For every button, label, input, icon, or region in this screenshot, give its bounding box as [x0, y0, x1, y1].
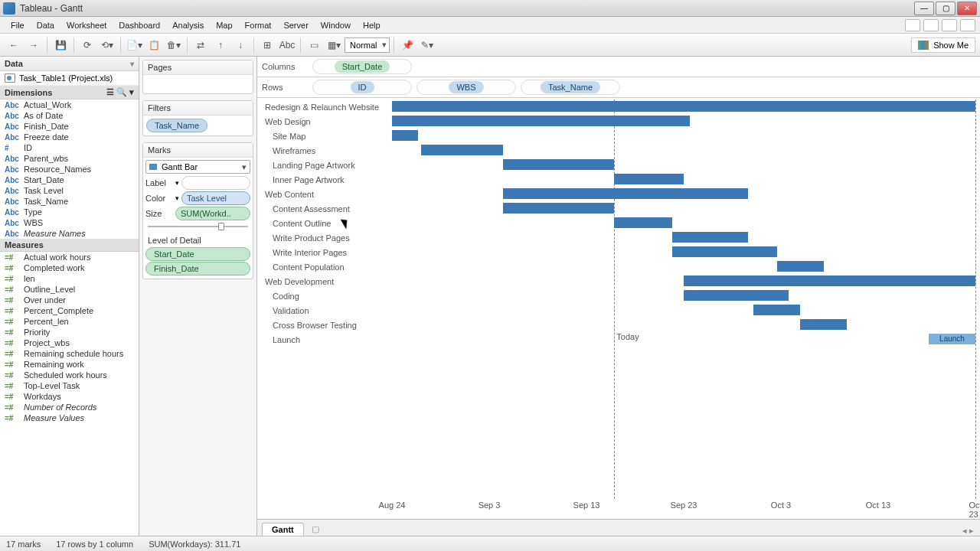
menu-analysis[interactable]: Analysis [166, 18, 210, 32]
new-worksheet-button[interactable]: 📄▾ [125, 37, 143, 54]
sort-desc-button[interactable]: ↓ [231, 37, 250, 54]
maximize-button[interactable]: ▢ [936, 2, 956, 15]
gantt-bar[interactable] [684, 276, 975, 286]
pages-shelf[interactable]: Pages [142, 60, 253, 94]
field-number-of-records[interactable]: Number of Records [0, 402, 139, 412]
filters-shelf[interactable]: Filters Task_Name [142, 100, 253, 136]
gantt-bar[interactable] [777, 261, 824, 272]
gantt-bar[interactable] [614, 217, 672, 228]
swap-button[interactable]: ⇄ [191, 37, 210, 54]
back-button[interactable]: ← [5, 37, 23, 54]
field-actual-work-hours[interactable]: Actual work hours [0, 252, 139, 262]
field-task-name[interactable]: Task_Name [0, 196, 139, 207]
field-start-date[interactable]: Start_Date [0, 174, 139, 185]
gantt-bar[interactable] [684, 290, 789, 301]
mark-type-selector[interactable]: Gantt Bar [145, 160, 250, 174]
close-button[interactable]: ✕ [957, 2, 977, 15]
row-pill-taskname[interactable]: Task_Name [541, 81, 600, 93]
field-parent-wbs[interactable]: Parent_wbs [0, 153, 139, 164]
menu-map[interactable]: Map [210, 18, 238, 32]
field-outline-level[interactable]: Outline_Level [0, 284, 139, 295]
field-freeze-date[interactable]: Freeze date [0, 132, 139, 142]
field-percent-len[interactable]: Percent_len [0, 316, 139, 327]
field-measure-values[interactable]: Measure Values [0, 412, 139, 423]
field-len[interactable]: len [0, 273, 139, 284]
field-priority[interactable]: Priority [0, 327, 139, 337]
lod-pill-finish[interactable]: Finish_Date [145, 262, 250, 276]
rows-shelf[interactable]: Rows ID WBS Task_Name [257, 77, 980, 98]
field-remaining-work[interactable]: Remaining work [0, 359, 139, 370]
field-wbs[interactable]: WBS [0, 217, 139, 228]
field-over-under[interactable]: Over under [0, 295, 139, 305]
forward-button[interactable]: → [24, 37, 43, 54]
layout-icon-2[interactable] [923, 19, 939, 31]
show-me-button[interactable]: Show Me [911, 37, 975, 53]
size-shelf[interactable]: SUM(Workd.. [175, 207, 250, 220]
layout-icon-3[interactable] [942, 19, 957, 31]
col-pill-startdate[interactable]: Start_Date [335, 60, 390, 73]
field-as-of-date[interactable]: As of Date [0, 110, 139, 121]
label-button[interactable]: Abc [278, 37, 296, 54]
menu-format[interactable]: Format [239, 18, 278, 32]
home-icon[interactable] [960, 19, 975, 31]
clear-button[interactable]: 🗑▾ [165, 37, 183, 54]
gantt-bar[interactable] [503, 203, 614, 214]
gantt-bar[interactable] [392, 116, 690, 126]
field-task-level[interactable]: Task Level [0, 185, 139, 196]
save-button[interactable]: 💾 [51, 37, 70, 54]
label-shelf[interactable] [181, 176, 250, 190]
menu-help[interactable]: Help [357, 18, 387, 32]
menu-window[interactable]: Window [315, 18, 357, 32]
duplicate-button[interactable]: 📋 [145, 37, 163, 54]
row-pill-id[interactable]: ID [351, 81, 374, 93]
gantt-bar[interactable] [672, 246, 777, 257]
layout-icon-1[interactable] [905, 19, 920, 31]
gantt-bar[interactable] [421, 145, 503, 155]
menu-data[interactable]: Data [31, 18, 60, 32]
field-project-wbs[interactable]: Project_wbs [0, 337, 139, 348]
filter-pill-taskname[interactable]: Task_Name [146, 119, 207, 132]
color-shelf[interactable]: Task Level [181, 191, 250, 205]
gantt-bar[interactable] [614, 174, 684, 184]
row-pill-wbs[interactable]: WBS [449, 81, 483, 93]
minimize-button[interactable]: — [914, 2, 934, 15]
auto-update-button[interactable]: ⟲▾ [98, 37, 116, 54]
sort-asc-button[interactable]: ↑ [211, 37, 230, 54]
field-remaining-schedule-hours[interactable]: Remaining schedule hours [0, 348, 139, 359]
gantt-bar[interactable] [753, 305, 800, 315]
field-resource-names[interactable]: Resource_Names [0, 164, 139, 174]
sheet-tab-gantt[interactable]: Gantt [262, 523, 304, 536]
gantt-bar[interactable] [392, 130, 418, 141]
field-percent-complete[interactable]: Percent_Complete [0, 305, 139, 316]
field-workdays[interactable]: Workdays [0, 391, 139, 402]
menu-server[interactable]: Server [277, 18, 314, 32]
field-measure-names[interactable]: Measure Names [0, 228, 139, 239]
field-scheduled-work-hours[interactable]: Scheduled work hours [0, 370, 139, 380]
gantt-bar[interactable] [392, 101, 975, 112]
group-button[interactable]: ⊞ [258, 37, 276, 54]
fit-selector[interactable]: Normal [345, 37, 390, 53]
gantt-bar[interactable] [503, 188, 748, 199]
field-completed-work[interactable]: Completed work [0, 262, 139, 273]
gantt-bar[interactable]: Launch [929, 334, 975, 344]
view-cards-button[interactable]: ▦▾ [325, 37, 343, 54]
gantt-bar[interactable] [503, 159, 614, 170]
highlight-button[interactable]: ✎▾ [418, 37, 436, 54]
fix-axes-button[interactable]: 📌 [398, 37, 416, 54]
menu-dashboard[interactable]: Dashboard [113, 18, 166, 32]
size-slider[interactable] [148, 223, 248, 230]
tab-scroll-icon[interactable]: ◂ ▸ [956, 526, 980, 536]
columns-shelf[interactable]: Columns Start_Date [257, 57, 980, 77]
datasource-item[interactable]: Task_Table1 (Project.xls) [0, 71, 139, 86]
refresh-button[interactable]: ⟳ [78, 37, 96, 54]
presentation-button[interactable]: ▭ [305, 37, 323, 54]
field-actual-work[interactable]: Actual_Work [0, 99, 139, 110]
field-finish-date[interactable]: Finish_Date [0, 121, 139, 132]
gantt-bar[interactable] [672, 232, 748, 243]
field-type[interactable]: Type [0, 207, 139, 217]
gantt-bar[interactable] [800, 319, 847, 330]
field-id[interactable]: ID [0, 142, 139, 153]
menu-file[interactable]: File [5, 18, 31, 32]
add-sheet-button[interactable]: ▢ [307, 523, 324, 536]
menu-worksheet[interactable]: Worksheet [60, 18, 113, 32]
